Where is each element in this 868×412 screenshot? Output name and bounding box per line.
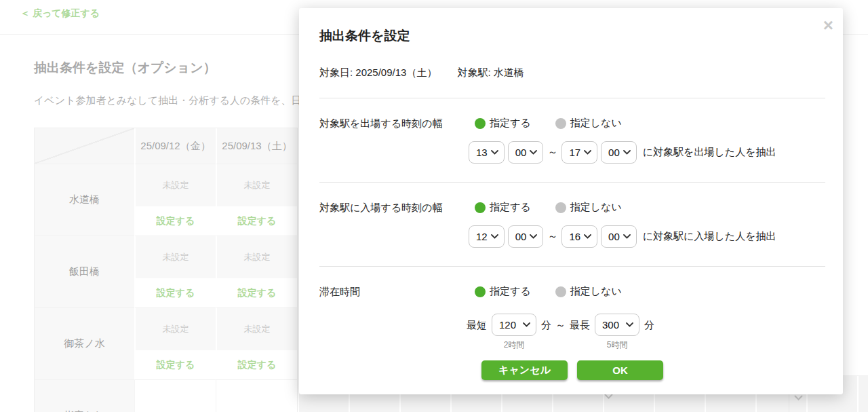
section-divider: [319, 98, 825, 98]
entry-from-hour-select[interactable]: 12: [469, 225, 505, 248]
table-corner-diagonal-cell: [35, 128, 134, 164]
entry-condition-text: に対象駅に入場した人を抽出: [643, 230, 776, 243]
chevron-down-icon: [626, 322, 633, 327]
set-condition-link[interactable]: 設定する: [134, 350, 216, 379]
exit-to-min-select[interactable]: 00: [601, 141, 637, 164]
status-cell: 未設定: [134, 307, 216, 350]
table-cell-partial: [216, 379, 297, 412]
radio-off-icon: [555, 286, 566, 297]
section-divider: [319, 182, 825, 183]
section-exit-time: 対象駅を出場する時刻の幅 指定する 指定しない 13 00 ～ 17 00 に対…: [319, 116, 825, 164]
chevron-down-icon: [623, 234, 631, 239]
radio-specify[interactable]: 指定する: [475, 201, 531, 214]
page-description: イベント参加者とみなして抽出・分析する人の条件を、日: [34, 94, 302, 107]
close-icon[interactable]: ×: [823, 16, 833, 34]
page-title: 抽出条件を設定（オプション）: [34, 59, 216, 77]
chevron-down-icon: [523, 322, 530, 327]
duration-unit: 分: [541, 314, 551, 336]
table-cell-partial: [134, 379, 216, 412]
radio-on-icon: [475, 202, 486, 213]
chevron-down-icon: [530, 150, 537, 155]
set-condition-link[interactable]: 設定する: [134, 206, 216, 236]
ok-button[interactable]: OK: [577, 360, 663, 380]
min-duration-label: 最短: [467, 314, 487, 336]
min-duration-select[interactable]: 120: [492, 314, 536, 336]
radio-off-icon: [555, 202, 566, 213]
status-cell: 未設定: [216, 236, 297, 278]
modal-title: 抽出条件を設定: [319, 27, 825, 45]
section-label: 滞在時間: [319, 284, 469, 299]
set-condition-link[interactable]: 設定する: [216, 206, 297, 236]
chevron-down-icon: [794, 395, 803, 400]
target-station-label: 対象駅: 水道橋: [457, 67, 524, 79]
radio-specify[interactable]: 指定する: [475, 285, 531, 298]
max-duration-label: 最長: [570, 314, 590, 336]
chevron-down-icon: [584, 234, 591, 239]
station-label: 水道橋: [35, 164, 134, 236]
chevron-down-icon: [491, 150, 498, 155]
chevron-down-icon: [530, 234, 537, 239]
max-duration-select[interactable]: 300: [595, 314, 639, 336]
station-label-partial: 指定なし: [35, 379, 134, 412]
chevron-down-icon: [584, 150, 591, 155]
status-cell: 未設定: [134, 164, 216, 206]
chevron-down-icon: [491, 234, 498, 239]
duration-unit: 分: [644, 314, 654, 336]
section-label: 対象駅に入場する時刻の幅: [319, 200, 469, 214]
set-condition-link[interactable]: 設定する: [216, 278, 297, 307]
radio-no-specify[interactable]: 指定しない: [555, 285, 622, 298]
entry-from-min-select[interactable]: 00: [508, 225, 544, 248]
column-header-date-1: 25/09/12（金）: [134, 128, 216, 164]
exit-from-min-select[interactable]: 00: [508, 141, 544, 164]
back-to-edit-link[interactable]: ＜ 戻って修正する: [20, 7, 100, 20]
set-condition-link[interactable]: 設定する: [134, 278, 216, 307]
section-entry-time: 対象駅に入場する時刻の幅 指定する 指定しない 12 00 ～ 16 00 に対…: [319, 200, 825, 248]
section-label: 対象駅を出場する時刻の幅: [319, 116, 469, 130]
column-header-date-2: 25/09/13（土）: [216, 128, 297, 164]
entry-to-min-select[interactable]: 00: [601, 225, 637, 248]
status-cell: 未設定: [216, 164, 297, 206]
set-condition-link[interactable]: 設定する: [216, 350, 297, 379]
radio-on-icon: [475, 118, 486, 129]
section-stay-duration: 滞在時間 指定する 指定しない 最短 120 2時間 分 ～ 最長 300 5時…: [319, 284, 825, 351]
radio-no-specify[interactable]: 指定しない: [555, 117, 622, 130]
radio-no-specify[interactable]: 指定しない: [555, 201, 622, 214]
status-cell: 未設定: [216, 307, 297, 350]
extraction-conditions-modal: × 抽出条件を設定 対象日: 2025/09/13（土） 対象駅: 水道橋 対象…: [299, 8, 843, 394]
chevron-down-icon: [604, 394, 613, 399]
modal-target-info: 対象日: 2025/09/13（土） 対象駅: 水道橋: [319, 67, 825, 79]
radio-on-icon: [475, 286, 486, 297]
entry-to-hour-select[interactable]: 16: [561, 225, 597, 248]
min-duration-caption: 2時間: [504, 339, 525, 351]
cancel-button[interactable]: キャンセル: [481, 360, 568, 380]
radio-off-icon: [555, 118, 566, 129]
radio-specify[interactable]: 指定する: [475, 117, 531, 130]
exit-to-hour-select[interactable]: 17: [561, 141, 597, 164]
station-label: 飯田橋: [35, 236, 134, 307]
max-duration-caption: 5時間: [607, 339, 628, 351]
station-label: 御茶ノ水: [35, 307, 134, 379]
exit-from-hour-select[interactable]: 13: [469, 141, 505, 164]
range-tilde: ～: [547, 230, 557, 243]
chevron-down-icon: [623, 150, 631, 155]
target-date-label: 対象日: 2025/09/13（土）: [319, 67, 437, 79]
range-tilde: ～: [547, 146, 557, 159]
range-tilde: ～: [555, 314, 566, 336]
status-cell: 未設定: [134, 236, 216, 278]
exit-condition-text: に対象駅を出場した人を抽出: [643, 146, 776, 159]
conditions-table: 25/09/12（金） 25/09/13（土） 水道橋 未設定 未設定 設定する…: [34, 128, 298, 412]
section-divider: [319, 266, 825, 267]
